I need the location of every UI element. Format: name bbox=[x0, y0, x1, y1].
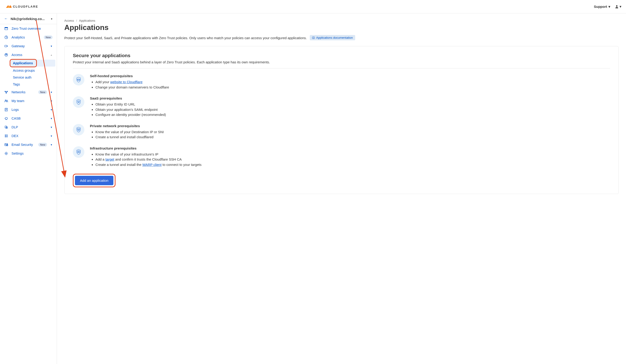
doc-badge[interactable]: Applications documentation bbox=[310, 35, 355, 40]
shield-icon bbox=[73, 96, 84, 108]
prereq-item: Create a tunnel and install the WARP cli… bbox=[95, 162, 201, 168]
support-link[interactable]: Support ▾ bbox=[594, 5, 611, 9]
svg-point-21 bbox=[5, 136, 6, 137]
nav-label: Email Security bbox=[11, 143, 35, 146]
prereq-section: SaaS prerequisitesObtain your Entity ID … bbox=[73, 96, 610, 117]
account-selector[interactable]: ← Nik@gristleking.co... ▸ bbox=[0, 13, 57, 24]
svg-point-19 bbox=[5, 135, 6, 136]
link[interactable]: website to Cloudflare bbox=[110, 80, 142, 84]
book-icon bbox=[312, 36, 315, 39]
sidebar-item-my-team[interactable]: My team ▼ bbox=[0, 97, 57, 105]
chevron-down-icon: ▼ bbox=[50, 91, 53, 94]
breadcrumb-current: Applications bbox=[79, 19, 95, 22]
nav-label: Zero Trust overview bbox=[11, 27, 53, 30]
cloudflare-logo-icon bbox=[5, 4, 12, 9]
nav-label: Networks bbox=[11, 90, 35, 94]
svg-rect-36 bbox=[78, 129, 80, 129]
sidebar-item-email-security[interactable]: Email Security New ▼ bbox=[0, 140, 57, 149]
chevron-down-icon: ▼ bbox=[50, 117, 53, 120]
nav-label: My team bbox=[11, 99, 47, 103]
subnav-applications[interactable]: Applications bbox=[11, 60, 55, 67]
prereq-section: Infrastructure prerequisitesKnow the val… bbox=[73, 146, 610, 168]
annotation-highlight-button: Add an application bbox=[73, 174, 116, 187]
prereq-item: Obtain your application's SAML endpoint bbox=[95, 107, 166, 112]
account-name: Nik@gristleking.co... bbox=[11, 17, 45, 21]
prereq-title: Self-hosted prerequisites bbox=[90, 74, 169, 78]
sidebar-item-access[interactable]: Access ▲ bbox=[0, 50, 57, 59]
link[interactable]: target bbox=[105, 157, 114, 161]
svg-rect-38 bbox=[78, 151, 78, 153]
prereq-section: Self-hosted prerequisitesAdd your websit… bbox=[73, 74, 610, 90]
svg-point-25 bbox=[5, 153, 7, 154]
logs-icon bbox=[4, 108, 8, 112]
subnav-service-auth[interactable]: Service auth bbox=[0, 74, 57, 81]
sidebar-item-dex[interactable]: DEX ▼ bbox=[0, 132, 57, 140]
casb-icon bbox=[4, 116, 8, 120]
link[interactable]: WARP client bbox=[142, 163, 161, 167]
breadcrumb-root[interactable]: Access bbox=[64, 19, 74, 22]
divider bbox=[73, 68, 610, 69]
svg-rect-2 bbox=[5, 27, 8, 28]
shield-icon bbox=[73, 124, 84, 136]
chevron-down-icon: ▾ bbox=[620, 4, 621, 9]
card-title: Secure your applications bbox=[73, 53, 610, 58]
add-application-button[interactable]: Add an application bbox=[75, 176, 113, 185]
sidebar-item-overview[interactable]: Zero Trust overview bbox=[0, 24, 57, 33]
prereq-item: Create a tunnel and install cloudflared bbox=[95, 135, 164, 140]
new-badge: New bbox=[38, 143, 47, 146]
nav-label: Settings bbox=[11, 152, 53, 155]
home-icon bbox=[4, 27, 8, 31]
prereq-title: SaaS prerequisites bbox=[90, 96, 166, 101]
sidebar-item-networks[interactable]: Networks New ▼ bbox=[0, 88, 57, 97]
shield-icon bbox=[73, 74, 84, 85]
chevron-down-icon: ▼ bbox=[50, 144, 53, 146]
svg-point-0 bbox=[616, 5, 618, 7]
new-badge: New bbox=[44, 36, 53, 39]
sidebar-item-gateway[interactable]: Gateway ▼ bbox=[0, 42, 57, 50]
subnav-label: Access groups bbox=[13, 69, 35, 72]
page-description: Protect your Self-Hosted, SaaS, and Priv… bbox=[64, 36, 307, 40]
prereq-item: Add your website to Cloudflare bbox=[95, 79, 169, 85]
nav-label: Access bbox=[11, 53, 47, 57]
support-label: Support bbox=[594, 5, 607, 8]
breadcrumb: Access / Applications bbox=[64, 19, 619, 22]
secure-card: Secure your applications Protect your in… bbox=[64, 46, 619, 194]
svg-point-22 bbox=[7, 136, 8, 137]
nav-label: CASB bbox=[11, 116, 47, 120]
prereq-item: Know the value of your Destination IP or… bbox=[95, 129, 164, 135]
logo[interactable]: CLOUDFLARE bbox=[5, 4, 38, 9]
nav-label: Gateway bbox=[11, 44, 47, 48]
access-icon bbox=[4, 53, 8, 57]
chevron-down-icon: ▼ bbox=[50, 109, 53, 111]
shield-icon bbox=[73, 146, 84, 158]
svg-point-11 bbox=[7, 100, 8, 101]
svg-rect-37 bbox=[78, 130, 79, 131]
svg-point-20 bbox=[7, 135, 8, 136]
email-icon bbox=[4, 143, 8, 147]
subnav-tags[interactable]: Tags bbox=[0, 81, 57, 88]
chevron-down-icon: ▼ bbox=[50, 100, 53, 102]
header: CLOUDFLARE Support ▾ ▾ bbox=[0, 0, 626, 13]
sidebar-item-logs[interactable]: Logs ▼ bbox=[0, 105, 57, 114]
chevron-up-icon: ▲ bbox=[50, 54, 53, 56]
user-menu[interactable]: ▾ bbox=[615, 4, 621, 9]
user-icon bbox=[615, 5, 619, 8]
sidebar-item-analytics[interactable]: Analytics New bbox=[0, 33, 57, 42]
subnav-access-groups[interactable]: Access groups bbox=[0, 67, 57, 74]
sidebar-item-dlp[interactable]: DLP ▼ bbox=[0, 123, 57, 132]
sidebar: ← Nik@gristleking.co... ▸ Zero Trust ove… bbox=[0, 13, 57, 364]
prereq-title: Infrastructure prerequisites bbox=[90, 146, 201, 150]
prereq-item: Change your domain nameservers to Cloudf… bbox=[95, 85, 169, 90]
gateway-icon bbox=[4, 44, 8, 48]
svg-rect-32 bbox=[78, 101, 79, 102]
subnav-label: Service auth bbox=[13, 75, 32, 79]
chart-icon bbox=[4, 35, 8, 39]
back-arrow-icon: ← bbox=[4, 17, 8, 21]
chevron-down-icon: ▼ bbox=[50, 135, 53, 137]
svg-rect-4 bbox=[5, 45, 7, 47]
sidebar-item-casb[interactable]: CASB ▼ bbox=[0, 114, 57, 123]
breadcrumb-separator: / bbox=[76, 19, 77, 22]
sidebar-item-settings[interactable]: Settings bbox=[0, 149, 57, 158]
gear-icon bbox=[4, 151, 8, 155]
chevron-down-icon: ▼ bbox=[50, 45, 53, 47]
